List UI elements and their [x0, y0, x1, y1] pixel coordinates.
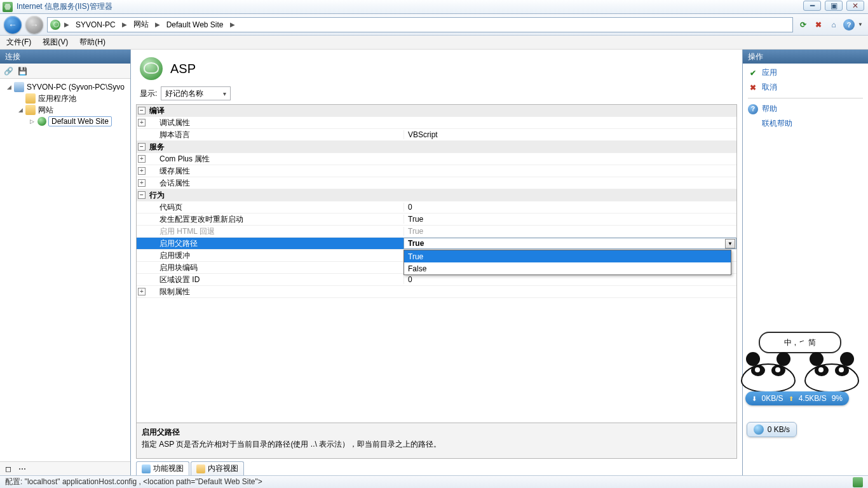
chevron-right-icon[interactable]: ▶: [230, 21, 235, 28]
folder-icon: [25, 93, 36, 104]
connections-panel: 连接 🔗 💾 ◢ SYVON-PC (Syvon-PC\Syvo 应用程序池 ◢…: [0, 50, 131, 475]
sites-folder-icon: [25, 105, 36, 115]
grid-category-compile[interactable]: −编译: [137, 105, 736, 117]
panda-right-icon: [804, 356, 859, 393]
actions-panel: 操作 ✔应用 ✖取消 ?帮助 联机帮助: [742, 50, 868, 475]
site-icon: [37, 117, 46, 126]
save-list-icon[interactable]: 💾: [17, 65, 28, 77]
dropdown-button-icon[interactable]: ▼: [725, 239, 735, 248]
breadcrumb-bar[interactable]: ▶ SYVON-PC ▶ 网站 ▶ Default Web Site ▶: [47, 17, 793, 32]
nav-forward-button[interactable]: →: [25, 16, 43, 34]
connections-tree[interactable]: ◢ SYVON-PC (Syvon-PC\Syvo 应用程序池 ◢ 网站 ▷ D…: [0, 79, 130, 461]
collapse-box-icon[interactable]: −: [138, 107, 146, 114]
help-dropdown-icon[interactable]: ▼: [858, 22, 864, 27]
collapse-icon[interactable]: ◢: [17, 106, 24, 114]
download-arrow-icon: ⬇: [752, 395, 757, 402]
status-text: 配置: "localhost" applicationHost.config ,…: [5, 477, 262, 487]
parent-paths-dropdown[interactable]: True False: [403, 250, 731, 275]
dropdown-option-false[interactable]: False: [404, 262, 731, 274]
address-toolbar: ← → ▶ SYVON-PC ▶ 网站 ▶ Default Web Site ▶…: [0, 14, 868, 36]
grid-row-locale-id[interactable]: 区域设置 ID0: [137, 274, 736, 286]
apply-icon: ✔: [748, 68, 758, 78]
close-button[interactable]: ✕: [846, 1, 864, 11]
expand-box-icon[interactable]: +: [138, 288, 146, 295]
window-title: Internet 信息服务(IIS)管理器: [17, 1, 112, 12]
action-apply[interactable]: ✔应用: [748, 67, 863, 78]
help-icon[interactable]: ?: [843, 18, 855, 31]
tree-node-host[interactable]: ◢ SYVON-PC (Syvon-PC\Syvo: [0, 81, 130, 93]
maximize-button[interactable]: ▣: [825, 1, 843, 11]
upload-arrow-icon: ⬆: [789, 395, 794, 402]
grid-row-restart-on-change[interactable]: 发生配置更改时重新启动True: [137, 214, 736, 226]
dropdown-option-true[interactable]: True: [404, 250, 731, 262]
connections-toolbar: 🔗 💾: [0, 64, 130, 79]
network-speed-widget[interactable]: ⬇0KB/S ⬆4.5KB/S 9%: [745, 391, 849, 405]
cancel-icon: ✖: [748, 83, 758, 93]
menu-file[interactable]: 文件(F): [6, 37, 31, 48]
connections-panel-title: 连接: [0, 50, 130, 64]
connect-icon[interactable]: 🔗: [3, 65, 14, 77]
view-tabs: 功能视图 内容视图: [136, 459, 737, 475]
expand-icon[interactable]: ▷: [28, 118, 36, 125]
chevron-right-icon[interactable]: ▶: [155, 21, 160, 28]
ready-icon: ◻: [3, 463, 14, 475]
nav-back-button[interactable]: ←: [4, 16, 22, 34]
content-view-icon: [196, 464, 205, 473]
bird-icon: [754, 424, 764, 435]
grid-row-html-fallback[interactable]: 启用 HTML 回退True: [137, 226, 736, 238]
breadcrumb-item-sites[interactable]: 网站: [131, 18, 151, 31]
collapse-icon[interactable]: ◢: [5, 83, 13, 91]
grid-row-limits[interactable]: +限制属性: [137, 286, 736, 298]
feature-title: ASP: [170, 62, 196, 76]
chevron-right-icon[interactable]: ▶: [122, 21, 127, 28]
globe-icon: [50, 20, 60, 30]
chevron-right-icon[interactable]: ▶: [64, 21, 69, 28]
grid-row-script-language[interactable]: 脚本语言VBScript: [137, 129, 736, 141]
tab-features-view[interactable]: 功能视图: [136, 461, 189, 475]
actions-panel-title: 操作: [743, 50, 868, 64]
expand-box-icon[interactable]: +: [138, 167, 146, 175]
expand-box-icon[interactable]: +: [138, 179, 146, 187]
bandwidth-badge[interactable]: 0 KB/s: [747, 422, 797, 437]
tab-content-view[interactable]: 内容视图: [191, 461, 244, 475]
grid-row-session[interactable]: +会话属性: [137, 177, 736, 189]
iis-status-icon: [853, 477, 863, 487]
grid-row-cache[interactable]: +缓存属性: [137, 165, 736, 177]
expand-box-icon[interactable]: +: [138, 119, 146, 126]
menu-help[interactable]: 帮助(H): [79, 37, 105, 48]
grid-row-codepage[interactable]: 代码页0: [137, 201, 736, 214]
feature-panel: ASP 显示: 好记的名称 −编译 +调试属性 脚本语言VBScript −服务…: [131, 50, 742, 475]
status-bar: 配置: "localhost" applicationHost.config ,…: [0, 475, 868, 488]
grid-row-complus[interactable]: +Com Plus 属性: [137, 153, 736, 165]
collapse-box-icon[interactable]: −: [138, 143, 146, 151]
info-icon: ⋯: [17, 463, 28, 475]
menu-view[interactable]: 视图(V): [43, 37, 68, 48]
asp-feature-icon: [140, 57, 163, 80]
tree-node-default-site[interactable]: ▷ Default Web Site: [0, 116, 130, 127]
mascot-speech-bubble: 中 , ㇀ 简: [759, 332, 841, 353]
connections-statusbar: ◻ ⋯: [0, 461, 130, 475]
refresh-icon[interactable]: ⟳: [797, 18, 810, 31]
grid-row-parent-paths[interactable]: 启用父路径True▼: [137, 238, 736, 250]
expand-box-icon[interactable]: +: [138, 155, 146, 163]
display-select[interactable]: 好记的名称: [161, 86, 231, 100]
property-grid[interactable]: −编译 +调试属性 脚本语言VBScript −服务 +Com Plus 属性 …: [136, 104, 737, 459]
grid-category-services[interactable]: −服务: [137, 141, 736, 153]
collapse-box-icon[interactable]: −: [138, 191, 146, 199]
tree-node-sites[interactable]: ◢ 网站: [0, 104, 130, 116]
menu-bar: 文件(F) 视图(V) 帮助(H): [0, 36, 868, 50]
breadcrumb-item-site[interactable]: Default Web Site: [164, 18, 226, 31]
action-cancel[interactable]: ✖取消: [748, 82, 863, 93]
breadcrumb-item-host[interactable]: SYVON-PC: [73, 18, 118, 31]
stop-icon[interactable]: ✖: [812, 18, 825, 31]
action-online-help[interactable]: 联机帮助: [748, 118, 863, 129]
home-icon[interactable]: ⌂: [827, 18, 840, 31]
action-help[interactable]: ?帮助: [748, 104, 863, 114]
tree-node-app-pools[interactable]: 应用程序池: [0, 93, 130, 104]
grid-category-behavior[interactable]: −行为: [137, 189, 736, 201]
computer-icon: [14, 82, 24, 92]
property-description: 启用父路径 指定 ASP 页是否允许相对于当前目录的路径(使用 ..\ 表示法）…: [137, 423, 736, 458]
minimize-button[interactable]: ━: [803, 1, 821, 11]
features-view-icon: [142, 464, 151, 473]
grid-row-debug-props[interactable]: +调试属性: [137, 117, 736, 129]
